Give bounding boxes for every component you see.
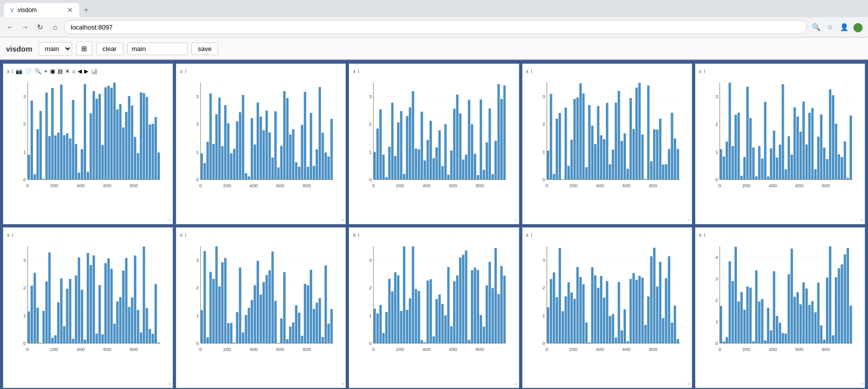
svg-rect-276 (787, 136, 790, 179)
panel-info-icon[interactable]: i (185, 232, 186, 238)
lasso-icon[interactable]: ✕ (65, 68, 70, 75)
account-icon[interactable]: 👤 (838, 21, 850, 33)
browser-chrome: V visdom ✕ + ← → ↻ ⌂ 🔍 ☆ 👤 ⬤ (0, 0, 868, 38)
panel-resize-handle[interactable]: » (515, 218, 517, 223)
svg-rect-274 (782, 84, 784, 179)
panel-close-icon[interactable]: x (699, 69, 702, 74)
svg-rect-212 (608, 164, 611, 179)
svg-rect-584 (779, 323, 781, 343)
panel-resize-handle[interactable]: » (860, 218, 863, 223)
svg-rect-392 (245, 315, 248, 343)
panel-resize-handle[interactable]: » (688, 218, 690, 223)
svg-rect-569 (734, 247, 737, 343)
panel-close-icon[interactable]: x (7, 69, 10, 74)
home-button[interactable]: ⌂ (49, 21, 61, 33)
new-tab-button[interactable]: + (79, 3, 93, 17)
address-input[interactable] (64, 20, 807, 34)
svg-rect-134 (388, 147, 391, 179)
panel-close-icon[interactable]: x (353, 232, 355, 238)
panel-close-icon[interactable]: x (526, 232, 529, 238)
box-select-icon[interactable]: ▣ (50, 68, 55, 75)
tab-close-button[interactable]: ✕ (67, 6, 73, 14)
chart-area: 0123450200400600800 (698, 242, 862, 357)
panel-close-icon[interactable]: x (7, 232, 10, 238)
svg-rect-85 (254, 145, 256, 180)
svg-rect-38 (125, 112, 128, 180)
svg-rect-586 (784, 333, 787, 343)
svg-rect-198 (567, 166, 570, 179)
pan-left-icon[interactable]: ◀ (78, 68, 82, 75)
panel-info-icon[interactable]: i (704, 69, 705, 74)
svg-rect-534 (644, 325, 646, 343)
panel-info-icon[interactable]: i (185, 69, 186, 74)
panel-close-icon[interactable]: x (699, 232, 702, 238)
panel-resize-handle[interactable]: » (168, 218, 171, 223)
svg-rect-89 (266, 111, 268, 180)
tab-title: visdom (18, 7, 63, 14)
panel-info-icon[interactable]: i (531, 232, 532, 238)
svg-rect-402 (275, 301, 277, 343)
svg-rect-565 (723, 341, 725, 343)
forward-button[interactable]: → (19, 21, 31, 33)
back-button[interactable]: ← (4, 21, 16, 33)
panel-close-icon[interactable]: x (180, 69, 182, 74)
svg-rect-288 (823, 148, 825, 180)
svg-rect-354 (143, 246, 145, 343)
panel-info-icon[interactable]: i (704, 232, 705, 238)
panel-close-icon[interactable]: x (526, 69, 529, 74)
svg-rect-545 (677, 339, 679, 343)
environment-select[interactable]: main (39, 42, 72, 56)
svg-rect-267 (761, 159, 763, 180)
svg-rect-11 (45, 93, 48, 180)
panel-info-icon[interactable]: i (12, 232, 13, 238)
svg-rect-504 (555, 297, 558, 343)
svg-rect-90 (269, 132, 271, 179)
panel-resize-handle[interactable]: » (515, 381, 517, 386)
panel-info-icon[interactable]: i (12, 69, 13, 74)
panel-info-icon[interactable]: i (358, 69, 359, 74)
panel-resize-handle[interactable]: » (341, 218, 344, 223)
bar-chart-icon[interactable]: 📊 (91, 68, 98, 75)
browser-tab[interactable]: V visdom ✕ (4, 3, 79, 17)
bookmark-icon[interactable]: ☆ (824, 21, 836, 33)
svg-rect-413 (307, 285, 309, 343)
svg-rect-295 (843, 141, 846, 179)
svg-rect-42 (137, 153, 139, 180)
search-icon[interactable]: 🔍 (810, 21, 822, 33)
clear-button[interactable]: clear (96, 43, 123, 55)
panel-resize-handle[interactable]: » (168, 381, 171, 386)
add-icon[interactable]: + (44, 68, 47, 74)
svg-rect-261 (743, 157, 746, 179)
panel-resize-handle[interactable]: » (860, 381, 863, 386)
svg-rect-478 (489, 262, 491, 343)
svg-text:0: 0 (715, 177, 718, 182)
zoom-icon[interactable]: 🔍 (35, 68, 42, 75)
panel-resize-handle[interactable]: » (688, 381, 690, 386)
svg-rect-337 (93, 255, 95, 343)
reload-button[interactable]: ↻ (34, 21, 46, 33)
env-name-input[interactable] (127, 43, 187, 55)
save-icon[interactable]: 📄 (25, 68, 32, 75)
camera-icon[interactable]: 📷 (16, 68, 23, 75)
svg-text:800: 800 (476, 346, 484, 352)
svg-rect-351 (134, 255, 136, 343)
save-button[interactable]: save (191, 43, 218, 55)
panel-close-icon[interactable]: x (353, 69, 355, 74)
chart-area: 012340200400600800 (525, 78, 690, 193)
svg-rect-585 (782, 333, 784, 343)
reset-icon[interactable]: ⌂ (72, 68, 76, 74)
panel-resize-handle[interactable]: » (341, 381, 344, 386)
panel-info-icon[interactable]: i (358, 232, 359, 238)
panel-info-icon[interactable]: i (531, 69, 532, 74)
svg-rect-501 (547, 307, 549, 343)
svg-rect-349 (128, 307, 130, 343)
svg-rect-389 (236, 312, 239, 343)
grid-layout-button[interactable]: ⊞ (76, 42, 92, 56)
svg-rect-294 (840, 157, 843, 180)
panel-close-icon[interactable]: x (180, 232, 182, 238)
box-zoom-icon[interactable]: ▤ (58, 68, 63, 75)
svg-rect-446 (394, 272, 397, 343)
chart-area: 012340200400600800 (698, 78, 862, 193)
menu-icon[interactable]: ⬤ (852, 21, 864, 33)
pan-right-icon[interactable]: ▶ (84, 68, 88, 75)
